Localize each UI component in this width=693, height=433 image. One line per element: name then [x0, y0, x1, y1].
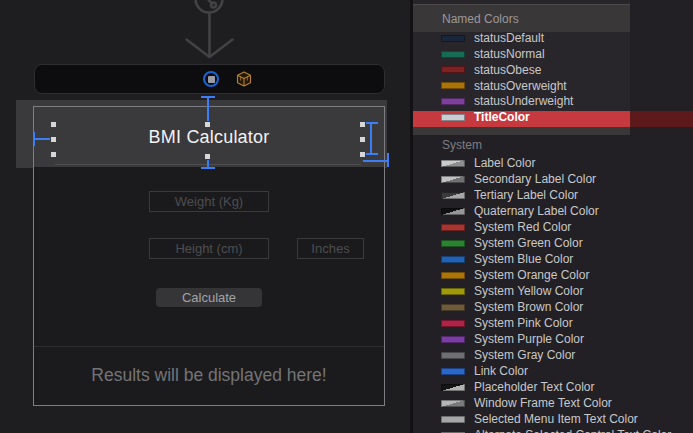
segue-source-circle-icon	[196, 0, 223, 13]
color-row-label: Quaternary Label Color	[474, 204, 599, 218]
color-row-label: statusUnderweight	[474, 94, 573, 108]
calculate-button[interactable]: Calculate	[156, 288, 262, 307]
constraint-guide	[370, 123, 372, 154]
color-row-System Gray Color[interactable]: System Gray Color	[413, 347, 693, 363]
color-row-Placeholder Text Color[interactable]: Placeholder Text Color	[413, 379, 693, 395]
selection-handle[interactable]	[50, 151, 57, 158]
system-colors-list: Label ColorSecondary Label ColorTertiary…	[413, 155, 693, 433]
color-swatch	[441, 352, 465, 359]
named-colors-list: statusDefaultstatusNormalstatusObesestat…	[413, 31, 693, 126]
color-swatch	[441, 114, 465, 121]
color-swatch	[441, 51, 465, 58]
title-label[interactable]: BMI Calculator	[34, 127, 384, 148]
color-row-statusObese[interactable]: statusObese	[413, 62, 693, 78]
segue-needle-icon	[201, 0, 213, 4]
color-swatch	[441, 82, 465, 89]
color-row-System Purple Color[interactable]: System Purple Color	[413, 331, 693, 347]
results-label: Results will be displayed here!	[34, 365, 384, 386]
color-swatch	[441, 98, 465, 105]
color-row-label: Label Color	[474, 156, 535, 170]
color-row-label: statusNormal	[474, 47, 545, 61]
color-row-System Orange Color[interactable]: System Orange Color	[413, 267, 693, 283]
selection-handle[interactable]	[50, 121, 57, 128]
color-row-label: Selected Menu Item Text Color	[474, 412, 638, 426]
view-controller-icon[interactable]	[203, 71, 219, 87]
color-row-label: Window Frame Text Color	[474, 396, 612, 410]
named-colors-header-label: Named Colors	[442, 12, 519, 26]
selection-handle[interactable]	[204, 153, 211, 160]
color-swatch	[441, 256, 465, 263]
constraint-guide	[364, 122, 378, 124]
color-swatch	[441, 240, 465, 247]
color-row-statusUnderweight[interactable]: statusUnderweight	[413, 94, 693, 110]
color-row-Tertiary Label Color[interactable]: Tertiary Label Color	[413, 187, 693, 203]
color-row-label: System Gray Color	[474, 348, 575, 362]
segue-dot-icon	[211, 3, 216, 8]
constraint-guide	[34, 138, 51, 140]
selection-handle[interactable]	[204, 121, 211, 128]
color-row-label: System Orange Color	[474, 268, 589, 282]
view-controller-glyph	[208, 76, 215, 83]
color-swatch	[441, 320, 465, 327]
named-colors-section-header: Named Colors	[413, 5, 630, 32]
color-swatch	[441, 384, 465, 391]
results-divider	[34, 346, 384, 347]
color-row-statusOverweight[interactable]: statusOverweight	[413, 78, 693, 94]
color-row-label: Secondary Label Color	[474, 172, 596, 186]
color-row-Alternate Selected Control Text Color[interactable]: Alternate Selected Control Text Color	[413, 427, 693, 433]
color-swatch	[441, 368, 465, 375]
color-row-System Green Color[interactable]: System Green Color	[413, 235, 693, 251]
selection-handle[interactable]	[359, 121, 366, 128]
color-row-label: Alternate Selected Control Text Color	[474, 428, 671, 433]
color-row-System Blue Color[interactable]: System Blue Color	[413, 251, 693, 267]
color-swatch	[441, 272, 465, 279]
xcode-storyboard-screen: BMI Calculator Calculate Results will be…	[0, 0, 693, 433]
selection-handle[interactable]	[359, 136, 366, 143]
color-row-label: Tertiary Label Color	[474, 188, 578, 202]
system-header-label: System	[442, 138, 482, 152]
color-row-System Pink Color[interactable]: System Pink Color	[413, 315, 693, 331]
color-swatch	[441, 416, 465, 423]
color-swatch	[441, 160, 465, 167]
color-row-label: System Blue Color	[474, 252, 573, 266]
color-swatch	[441, 176, 465, 183]
constraint-guide	[201, 96, 215, 98]
constraint-guide	[363, 160, 388, 162]
constraint-guide	[33, 132, 35, 146]
color-row-TitleColor[interactable]: TitleColor	[413, 109, 693, 125]
color-row-label: System Yellow Color	[474, 284, 583, 298]
color-row-label: statusOverweight	[474, 79, 567, 93]
inches-input[interactable]	[297, 238, 364, 259]
color-swatch	[441, 288, 465, 295]
color-swatch	[441, 35, 465, 42]
color-row-System Red Color[interactable]: System Red Color	[413, 219, 693, 235]
constraint-guide	[207, 97, 209, 121]
color-swatch	[441, 208, 465, 215]
color-row-label: statusObese	[474, 63, 541, 77]
color-swatch	[441, 192, 465, 199]
color-row-label: Link Color	[474, 364, 528, 378]
selection-handle[interactable]	[50, 136, 57, 143]
color-swatch	[441, 304, 465, 311]
color-row-label: System Green Color	[474, 236, 583, 250]
color-row-statusDefault[interactable]: statusDefault	[413, 31, 693, 47]
system-section-header: System	[413, 138, 693, 152]
color-row-Window Frame Text Color[interactable]: Window Frame Text Color	[413, 395, 693, 411]
color-swatch	[441, 224, 465, 231]
height-input[interactable]	[149, 238, 269, 259]
exit-cube-icon[interactable]	[236, 71, 252, 87]
selection-handle[interactable]	[359, 151, 366, 158]
color-row-label: System Brown Color	[474, 300, 583, 314]
weight-input[interactable]	[149, 191, 269, 212]
segue-arrowhead-icon	[187, 40, 233, 58]
color-row-Secondary Label Color[interactable]: Secondary Label Color	[413, 171, 693, 187]
color-row-System Brown Color[interactable]: System Brown Color	[413, 299, 693, 315]
color-row-Link Color[interactable]: Link Color	[413, 363, 693, 379]
color-row-statusNormal[interactable]: statusNormal	[413, 46, 693, 62]
color-row-Label Color[interactable]: Label Color	[413, 155, 693, 171]
color-row-Selected Menu Item Text Color[interactable]: Selected Menu Item Text Color	[413, 411, 693, 427]
color-row-System Yellow Color[interactable]: System Yellow Color	[413, 283, 693, 299]
menu-footer-strip	[413, 127, 630, 135]
constraint-guide	[387, 153, 389, 167]
color-row-Quaternary Label Color[interactable]: Quaternary Label Color	[413, 203, 693, 219]
